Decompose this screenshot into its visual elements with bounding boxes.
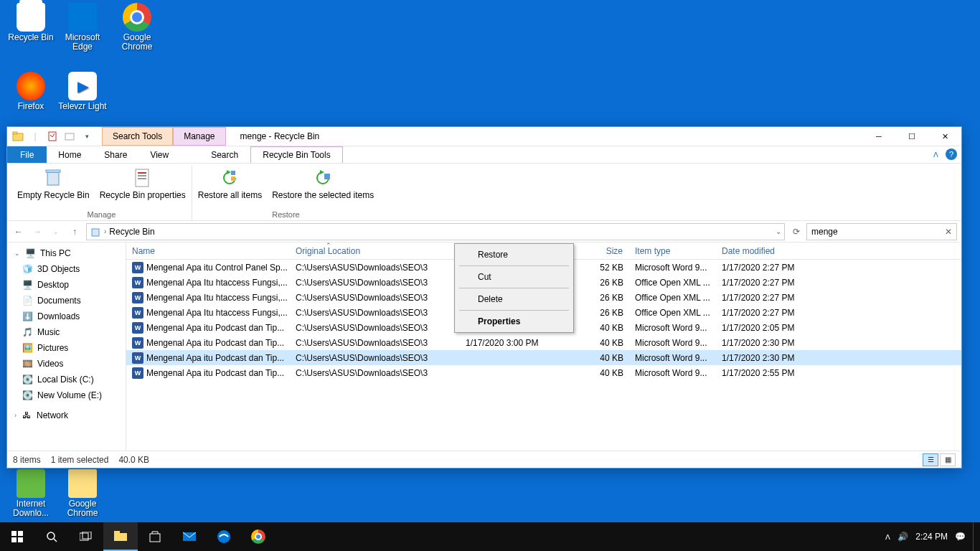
forward-button[interactable]: →: [29, 223, 46, 240]
up-button[interactable]: ↑: [66, 223, 83, 240]
nav-item-local-disk-c-[interactable]: 💽Local Disk (C:): [7, 372, 126, 387]
bin-icon: [17, 3, 45, 32]
menu-share[interactable]: Share: [93, 146, 138, 163]
thumbnail-view-button[interactable]: ▦: [940, 453, 956, 466]
ctx-restore[interactable]: Restore: [456, 245, 572, 264]
menu-search[interactable]: Search: [199, 146, 250, 163]
date-modified: 1/17/2020 2:05 PM: [716, 323, 961, 333]
desktop-icon-label: Microsoft Edge: [57, 33, 108, 52]
svg-rect-19: [18, 537, 23, 542]
desktop-microsoft-edge[interactable]: Microsoft Edge: [57, 3, 108, 52]
desktop-recycle-bin[interactable]: Recycle Bin: [6, 3, 56, 42]
title-tab-search-tools[interactable]: Search Tools: [102, 127, 173, 146]
date-modified: 1/17/2020 2:27 PM: [716, 308, 961, 318]
nav-item-videos[interactable]: 🎞️Videos: [7, 356, 126, 372]
svg-rect-1: [13, 132, 17, 134]
start-button[interactable]: [0, 522, 34, 551]
desktop-firefox[interactable]: Firefox: [6, 72, 56, 111]
address-bar[interactable]: › Recycle Bin ⌄: [86, 223, 785, 240]
nav-item-label: Downloads: [37, 311, 80, 321]
svg-rect-11: [231, 171, 235, 175]
date-modified: 1/17/2020 2:30 PM: [716, 353, 961, 363]
folder-icon: 🧊: [22, 263, 33, 275]
refresh-button[interactable]: ⟳: [788, 223, 805, 240]
new-folder-icon[interactable]: [62, 128, 77, 144]
nav-this-pc[interactable]: ⌄ 🖥️ This PC: [7, 245, 126, 261]
file-explorer-taskbar[interactable]: [103, 522, 138, 551]
desktop-televzr-light[interactable]: Televzr Light: [57, 72, 108, 111]
ctx-delete[interactable]: Delete: [456, 290, 572, 309]
menu-home[interactable]: Home: [47, 146, 93, 163]
search-box[interactable]: ✕: [806, 223, 957, 240]
nav-item-label: 3D Objects: [37, 264, 80, 274]
search-input[interactable]: [811, 227, 945, 237]
col-original-location[interactable]: Original Location: [290, 246, 460, 256]
col-name[interactable]: Name: [126, 246, 290, 256]
original-location: C:\Users\ASUS\Downloads\SEO\3: [290, 263, 460, 273]
table-row[interactable]: Mengenal Apa itu Podcast dan Tip...C:\Us…: [126, 350, 961, 365]
store-taskbar[interactable]: [138, 522, 172, 551]
nav-item-new-volume-e-[interactable]: 💽New Volume (E:): [7, 387, 126, 403]
ctx-properties[interactable]: Properties: [456, 312, 572, 331]
show-desktop[interactable]: [973, 522, 977, 551]
nav-item-3d-objects[interactable]: 🧊3D Objects: [7, 261, 126, 277]
clear-search-icon[interactable]: ✕: [945, 227, 952, 237]
menu-recycle-bin-tools[interactable]: Recycle Bin Tools: [250, 146, 343, 163]
properties-icon[interactable]: [44, 128, 60, 144]
desktop-google-chrome[interactable]: Google Chrome: [112, 3, 162, 52]
file-name: Mengenal Apa itu Podcast dan Tip...: [146, 353, 284, 363]
recycle-bin-properties-button[interactable]: Recycle Bin properties: [97, 165, 189, 210]
volume-icon[interactable]: 🔊: [897, 532, 908, 542]
restore-selected-button[interactable]: Restore the selected items: [269, 165, 377, 210]
word-document-icon: [132, 322, 143, 334]
folder-icon: 📄: [22, 295, 33, 306]
word-document-icon: [132, 337, 143, 349]
ribbon: Empty Recycle Bin Recycle Bin properties…: [7, 164, 961, 221]
close-button[interactable]: ✕: [928, 127, 961, 146]
folder-icon: 🎵: [22, 326, 33, 338]
file-name: Mengenal Apa Itu htaccess Fungsi,...: [146, 278, 288, 288]
date-modified: 1/17/2020 2:55 PM: [716, 368, 961, 378]
nav-item-downloads[interactable]: ⬇️Downloads: [7, 309, 126, 324]
minimize-button[interactable]: ─: [862, 127, 895, 146]
nav-item-desktop[interactable]: 🖥️Desktop: [7, 277, 126, 293]
desktop-google-chrome-2[interactable]: Google Chrome: [57, 469, 108, 518]
qat-dropdown-icon[interactable]: ▾: [79, 128, 95, 144]
ribbon-collapse-icon[interactable]: ᐱ: [933, 151, 938, 159]
mail-taskbar[interactable]: [172, 522, 207, 551]
col-date-modified[interactable]: Date modified: [716, 246, 961, 256]
recent-dropdown-icon[interactable]: ⌄: [47, 223, 65, 240]
tray-expand-icon[interactable]: ᐱ: [885, 533, 890, 541]
folder-icon[interactable]: [10, 128, 26, 144]
desktop-internet-download[interactable]: Internet Downlo...: [6, 469, 56, 518]
empty-recycle-bin-button[interactable]: Empty Recycle Bin: [14, 165, 93, 210]
help-icon[interactable]: ?: [946, 149, 957, 160]
title-tab-manage[interactable]: Manage: [173, 127, 225, 146]
restore-all-button[interactable]: Restore all items: [195, 165, 265, 210]
svg-rect-4: [47, 172, 59, 185]
details-view-button[interactable]: ☰: [923, 453, 938, 466]
clock[interactable]: 2:24 PM: [915, 532, 948, 542]
nav-item-documents[interactable]: 📄Documents: [7, 293, 126, 309]
task-view-button[interactable]: [69, 522, 103, 551]
col-item-type[interactable]: Item type: [629, 246, 716, 256]
table-row[interactable]: Mengenal Apa itu Podcast dan Tip...C:\Us…: [126, 365, 961, 380]
nav-item-pictures[interactable]: 🖼️Pictures: [7, 340, 126, 356]
col-size[interactable]: Size: [575, 246, 629, 256]
breadcrumb[interactable]: Recycle Bin: [109, 227, 154, 237]
edge-taskbar[interactable]: [207, 522, 241, 551]
menu-file[interactable]: File: [7, 146, 47, 163]
back-button[interactable]: ←: [10, 223, 27, 240]
notifications-icon[interactable]: 💬: [955, 532, 966, 542]
ctx-cut[interactable]: Cut: [456, 268, 572, 286]
search-button[interactable]: [34, 522, 69, 551]
nav-item-music[interactable]: 🎵Music: [7, 324, 126, 340]
original-location: C:\Users\ASUS\Downloads\SEO\3: [290, 368, 460, 378]
table-row[interactable]: Mengenal Apa itu Podcast dan Tip...C:\Us…: [126, 335, 961, 350]
maximize-button[interactable]: ☐: [895, 127, 928, 146]
menu-view[interactable]: View: [138, 146, 180, 163]
address-dropdown-icon[interactable]: ⌄: [776, 227, 781, 235]
nav-network[interactable]: › 🖧 Network: [7, 408, 126, 423]
chrome-taskbar[interactable]: [241, 522, 275, 551]
ctx-separator: [459, 265, 569, 266]
